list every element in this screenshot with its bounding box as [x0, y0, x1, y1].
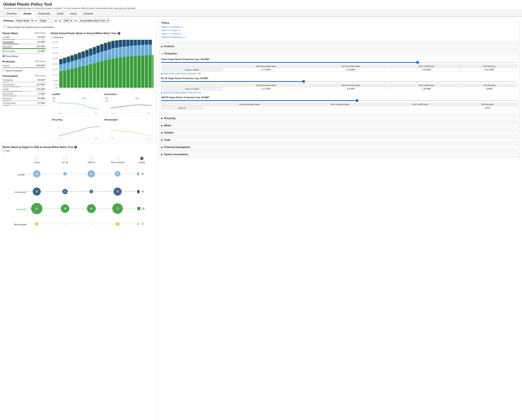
nafta-slider-track	[161, 100, 517, 101]
stat-row-landfill: Landfill 68 MMT	[2, 36, 46, 38]
svg-rect-39	[74, 54, 77, 54]
tab-contents[interactable]: Contents	[80, 10, 96, 17]
as-label: as	[74, 19, 77, 22]
return-to-overview-link[interactable]: Return to overview >>	[161, 26, 183, 28]
svg-text:0: 0	[65, 223, 66, 225]
download-projections-link[interactable]: Download Projections >>	[161, 36, 186, 38]
consumption-subtitle: 2040 Global	[35, 75, 46, 78]
financial-acc-label: Financial Assumptions	[164, 146, 190, 148]
accordion-trade: ▶ Trade	[159, 137, 520, 143]
nafta-slider-thumb[interactable]	[356, 99, 358, 102]
tab-guide[interactable]: Guide	[54, 10, 67, 17]
main-chart-info-icon[interactable]: i	[118, 32, 120, 35]
region-select[interactable]: Global China EU 30 NAFTA Rest of World	[38, 19, 58, 23]
svg-text:3: 3	[65, 173, 66, 175]
accordion-system-header[interactable]: ▶ System Assumptions	[159, 152, 519, 157]
china-slider-track	[161, 62, 517, 63]
svg-rect-68	[104, 60, 107, 88]
metric-select[interactable]: Plastic Waste Production Consumption	[15, 19, 34, 23]
svg-rect-94	[130, 46, 133, 56]
svg-rect-78	[111, 41, 115, 48]
svg-rect-101	[138, 40, 141, 45]
save-link[interactable]: Save >>	[161, 29, 170, 31]
tab-about[interactable]: About	[67, 10, 80, 17]
svg-text:Landfill: Landfill	[18, 173, 25, 176]
accordion-trade-header[interactable]: ▶ Trade	[159, 137, 519, 143]
construction-label: Construction	[2, 83, 15, 86]
stat-row-incineration: Incineration 85 MMT	[2, 40, 46, 43]
accordion-production-header[interactable]: ▼ Production	[159, 51, 519, 56]
share-link[interactable]: Share >>	[161, 32, 171, 35]
incineration-small-title: Incineration	[105, 93, 153, 95]
year-select[interactable]: 2040 2030 2050	[62, 19, 73, 23]
tab-overview[interactable]: Overview	[3, 10, 20, 17]
incineration-value: 85 MMT	[38, 40, 46, 43]
in-label: in	[35, 19, 37, 22]
eu30-about-link[interactable]: ▶ About EU 30 Virgin Plastic Production …	[161, 92, 517, 94]
china-about-link[interactable]: ▶ About China Virgin Plastic Production …	[161, 72, 517, 75]
svg-point-148	[90, 157, 93, 160]
eu30-slider-fill	[161, 81, 304, 82]
app-header: Global Plastic Policy Tool Countries are…	[0, 0, 522, 10]
load-link[interactable]: Load >>	[172, 29, 180, 31]
svg-rect-27	[63, 57, 66, 58]
svg-rect-64	[100, 61, 103, 88]
production-section: Production 2040 Global Overall 460 MMT S…	[2, 60, 46, 72]
svg-rect-108	[148, 55, 152, 88]
show-waste-radio[interactable]	[2, 55, 5, 57]
reset-link[interactable]: Reset >>	[173, 32, 182, 35]
sort-label: Sort	[6, 150, 10, 152]
svg-rect-100	[138, 45, 141, 56]
recycling-acc-label: Recycling	[164, 117, 175, 120]
transportation-bar	[2, 105, 10, 106]
china-slider-thumb[interactable]	[416, 61, 419, 64]
incineration-bar	[2, 44, 18, 44]
tab-downloads[interactable]: Downloads	[35, 10, 53, 17]
eu30-slider-thumb[interactable]	[302, 80, 305, 83]
trade-acc-label: Trade	[164, 139, 170, 141]
nafta-th-mismanaged: 2040 Mismanaged Waste	[203, 103, 296, 106]
eu30-impact-table: 2040 Mismanaged Waste 2040 Incinerated W…	[161, 84, 517, 91]
overall-bar-container	[2, 67, 46, 68]
svg-rect-50	[85, 50, 89, 57]
svg-text:0 MMT: 0 MMT	[54, 87, 59, 89]
accordion-waste-header[interactable]: ▶ Waste	[159, 123, 519, 128]
accordion-taxation: ▶ Taxation	[159, 130, 520, 136]
stat-row-packaging: Packaging 36 MMT	[2, 79, 46, 81]
tab-details[interactable]: Details	[20, 10, 35, 17]
svg-rect-89	[123, 40, 126, 47]
region-section: Plastic Waste by Region in 2040 as Annua…	[0, 143, 156, 233]
svg-rect-47	[82, 51, 85, 52]
trade-triangle: ▶	[161, 139, 163, 141]
main-stacked-bar-chart: 450 MMT 400 MMT 350 MMT 300 MMT 250 MMT …	[51, 40, 154, 89]
svg-rect-97	[134, 45, 137, 56]
change-baseline-checkbox[interactable]	[3, 26, 6, 28]
sort-checkbox[interactable]	[2, 149, 5, 152]
svg-rect-80	[115, 58, 118, 88]
accordion-financial: ▶ Financial Assumptions	[159, 144, 520, 150]
transportation-label: Transporation	[2, 102, 16, 104]
accordion-products-header[interactable]: ▶ Products	[159, 44, 519, 49]
svg-point-150	[116, 157, 119, 160]
region-info-icon[interactable]: i	[74, 146, 77, 148]
unit-select[interactable]: Annual Million Metric Tons Percentage	[78, 19, 110, 23]
svg-rect-58	[93, 47, 96, 54]
historical-checkbox[interactable]	[51, 36, 53, 39]
landfill-small-chart: Landfill 246 MMT 2040	[51, 92, 101, 116]
accordion-recycling-header[interactable]: ▶ Recycling	[159, 116, 519, 121]
svg-rect-109	[148, 45, 152, 55]
accordion-production: ▼ Production China Virgin Plastic Produc…	[159, 51, 520, 114]
right-panel: Policy Return to overview >> Save >> // …	[157, 17, 522, 420]
svg-rect-66	[100, 44, 103, 52]
svg-rect-81	[115, 47, 118, 58]
svg-text:MMT: MMT	[105, 100, 108, 102]
nafta-mismanaged-val	[203, 106, 296, 110]
accordion-financial-header[interactable]: ▶ Financial Assumptions	[159, 144, 519, 150]
accordion-taxation-header[interactable]: ▶ Taxation	[159, 130, 519, 135]
svg-rect-77	[111, 48, 115, 58]
show-production-radio[interactable]	[2, 69, 5, 72]
change-baseline-row: Show change from baseline due to interve…	[0, 25, 156, 30]
show-production-radio-row: Show Production	[2, 69, 46, 72]
plastic-waste-title: Plastic Waste	[2, 32, 18, 35]
main-layout: Showing Plastic Waste Production Consump…	[0, 17, 522, 420]
